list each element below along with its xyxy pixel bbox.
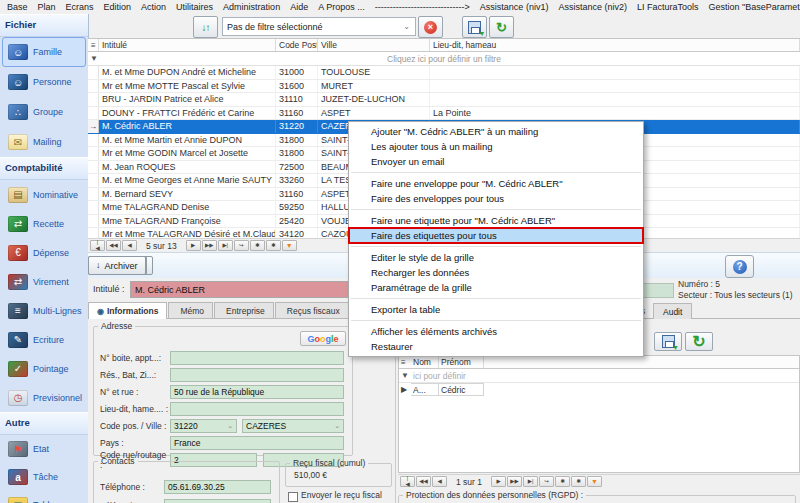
detail-tab[interactable]: ◉ Informations [88,302,167,319]
context-menu-item[interactable]: Editer le style de la grille [349,250,643,265]
menubar-item[interactable]: Base [2,2,33,12]
menubar-item[interactable]: LI FacturaTools [632,2,704,12]
sidebar-item[interactable]: ⇄ Virement [2,267,86,296]
sidebar-item[interactable]: ▦ Tableau [2,491,86,503]
undo-icon[interactable]: ↪ [539,476,554,487]
menubar-item[interactable]: A Propos ... [313,2,370,12]
column-options-icon[interactable]: ≡ [88,39,99,51]
menubar-item[interactable]: Plan [33,2,61,12]
code-postal-combo[interactable]: 31220⌄ [170,419,237,433]
column-header-nom[interactable]: Nom [411,356,439,368]
next-icon[interactable]: ▶ [491,476,506,487]
sidebar-group-autre[interactable]: Autre [0,412,88,435]
menubar-item[interactable]: Utilitaires [171,2,218,12]
fast-next-icon[interactable]: ▶▶ [507,476,522,487]
context-menu-item[interactable]: Faire des etiquettes pour tous [349,228,643,243]
last-page-icon[interactable]: ▶| [218,240,233,251]
bookmark-icon[interactable]: ✱ [250,240,265,251]
context-menu-item[interactable]: Ajouter "M. Cédric ABLER" à un mailing [349,124,643,139]
lieudit-field[interactable] [170,402,344,416]
grid-filter-row[interactable]: ▼ Cliquez ici pour définir un filtre [88,52,800,66]
sidebar-item[interactable]: ◷ Previsionnel [2,383,86,412]
filter-icon[interactable]: ▼ [282,240,297,251]
sidebar-item[interactable]: ∴ Groupe [2,97,86,127]
context-menu-item[interactable]: Les ajouter tous à un mailing [349,139,643,154]
sidebar-item[interactable]: ⇄ Recette [2,209,86,238]
sidebar-item[interactable]: € Dépense [2,238,86,267]
sidebar-item[interactable]: ☺ Personne [2,67,86,97]
fast-prev-icon[interactable]: ◀◀ [416,476,431,487]
sidebar-item[interactable]: ✓ Pointage [2,354,86,383]
column-header-lieu-dit[interactable]: Lieu-dit, hameau [430,39,800,51]
sort-button[interactable]: ↓↑ [193,16,218,38]
first-page-icon[interactable]: |◀ [400,476,415,487]
menubar-item[interactable]: Assistance (niv2) [553,2,632,12]
fast-prev-icon[interactable]: ◀◀ [106,240,121,251]
save-button[interactable] [462,16,487,38]
context-menu-item[interactable]: Faire des enveloppes pour tous [349,191,643,206]
prev-icon[interactable]: ◀ [432,476,447,487]
column-header-ville[interactable]: Ville [318,39,430,51]
prev-icon[interactable]: ◀ [122,240,137,251]
telephone-field[interactable]: 05.61.69.30.25 [164,480,271,494]
member-row[interactable]: ▶ A... Cédric [399,383,799,396]
menubar-item[interactable]: Action [136,2,171,12]
context-menu-item[interactable]: Faire une etiquette pour "M. Cédric ABLE… [349,213,643,228]
bookmark-icon[interactable]: ✱ [555,476,570,487]
menubar-item[interactable]: Gestion "BaseParametrage" [703,2,800,12]
context-menu-item[interactable]: Paramétrage de la grille [349,280,643,295]
members-filter-row[interactable]: ▼ ici pour définir [399,369,799,383]
menubar-item[interactable]: ------------------------------> [370,2,475,12]
boite-field[interactable] [170,351,344,365]
record-action-button[interactable]: ↓ Archiver [88,256,146,275]
rue-field[interactable]: 50 rue de la République [170,385,344,399]
sidebar-item[interactable]: ✎ Ecriture [2,325,86,354]
telecopie-field[interactable] [164,499,271,503]
sidebar-item[interactable]: ⚑ Etat [2,435,86,463]
context-menu-item[interactable]: Exporter la table [349,302,643,317]
bookmark-go-icon[interactable]: ✱ [571,476,586,487]
clear-filter-button[interactable]: × [418,16,443,38]
context-menu-item[interactable]: Restaurer [349,339,643,354]
google-button[interactable]: Google [300,331,346,346]
refresh-button[interactable]: ↻ [489,16,514,38]
first-page-icon[interactable]: |◀ [90,240,105,251]
sidebar-item[interactable]: ✉ Mailing [2,127,86,157]
table-row[interactable]: BRU - JARDIN Patrice et Alice 31110 JUZE… [88,93,800,107]
menubar-item[interactable]: Ecrans [61,2,99,12]
table-row[interactable]: DOUNY - FRATTCI Frédéric et Carine 31160… [88,107,800,121]
sidebar-group-comptabilite[interactable]: Comptabilité [0,157,88,180]
menubar-item[interactable]: Edition [99,2,137,12]
context-menu-item[interactable]: Faire une enveloppe pour "M. Cédric ABLE… [349,176,643,191]
save-member-button[interactable] [654,332,682,351]
sidebar-item[interactable]: ≡ Multi-Lignes [2,296,86,325]
pays-field[interactable]: France [170,436,344,450]
menubar-item[interactable]: Administration [218,2,285,12]
menubar-item[interactable]: Aide [285,2,313,12]
detail-tab[interactable]: Mémo [168,302,213,318]
column-header-prenom[interactable]: Prénom [439,356,484,368]
context-menu-item[interactable]: Recharger les données [349,265,643,280]
ville-combo[interactable]: CAZERES⌄ [242,419,344,433]
filter-select[interactable]: Pas de filtre sélectionné ⌄ [222,17,416,36]
table-row[interactable]: M. et Mme DUPON André et Micheline 31000… [88,66,800,80]
undo-icon[interactable]: ↪ [234,240,249,251]
column-header-intitule[interactable]: Intitulé [99,39,276,51]
fast-next-icon[interactable]: ▶▶ [202,240,217,251]
last-page-icon[interactable]: ▶| [523,476,538,487]
menubar-item[interactable]: Assistance (niv1) [475,2,554,12]
sidebar-item[interactable]: ☺ Famille [2,37,86,67]
context-menu-item[interactable]: Afficher les éléments archivés [349,324,643,339]
tab-audit[interactable]: Audit [653,303,692,319]
column-header-code-postal[interactable]: Code Postal [276,39,318,51]
sidebar-group-fichier[interactable]: Fichier [0,14,88,37]
filter-icon[interactable]: ▼ [587,476,602,487]
refresh-member-button[interactable]: ↻ [685,332,713,351]
table-row[interactable]: Mr et Mme MOTTE Pascal et Sylvie 31600 M… [88,80,800,94]
sidebar-item[interactable]: ▤ Nominative [2,180,86,209]
bookmark-go-icon[interactable]: ✱ [266,240,281,251]
residence-field[interactable] [170,368,344,382]
help-button[interactable]: ? [725,255,754,278]
envoyer-recu-checkbox[interactable] [288,492,298,502]
detail-tab[interactable]: Entreprise [214,302,274,318]
